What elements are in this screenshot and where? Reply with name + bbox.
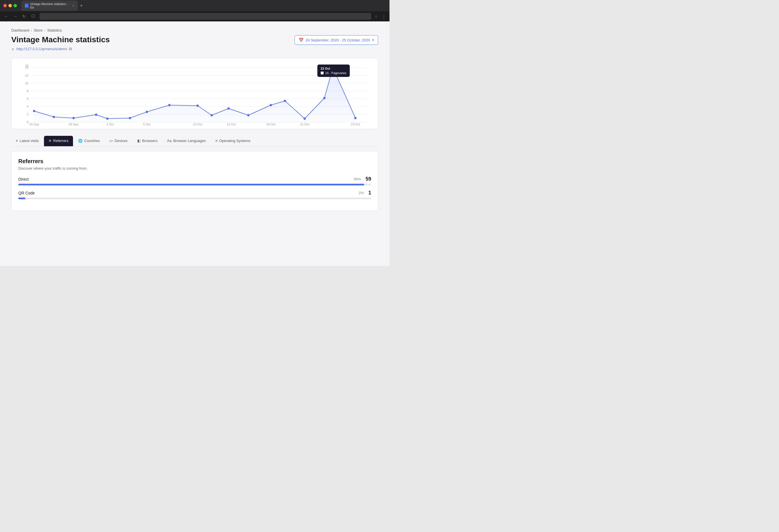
progress-bar-bg-0 bbox=[18, 184, 371, 185]
svg-text:13 Oct: 13 Oct bbox=[193, 123, 202, 126]
browser-languages-icon: Aa bbox=[167, 139, 172, 143]
tab-browsers[interactable]: ◧ Browsers bbox=[133, 136, 162, 146]
svg-point-32 bbox=[304, 118, 306, 120]
latest-visits-icon: ≡ bbox=[16, 139, 18, 143]
date-range-picker[interactable]: 📅 24 September, 2020 - 25 October, 2020 … bbox=[295, 35, 378, 45]
tab-devices-label: Devices bbox=[114, 139, 127, 143]
url-arrow-icon: ➤ bbox=[11, 47, 15, 51]
new-tab-button[interactable]: + bbox=[80, 3, 82, 8]
progress-bar-bg-1 bbox=[18, 197, 371, 199]
page-url-row: ➤ http://127.0.0.1/qrmenu/s/demo ⧉ bbox=[11, 47, 378, 51]
page-content: Dashboard › Store › Statistics Vintage M… bbox=[0, 21, 390, 266]
svg-point-34 bbox=[331, 66, 335, 69]
content-panel: Referrers Discover where your traffic is… bbox=[11, 151, 378, 211]
date-range-label: 24 September, 2020 - 25 October, 2020 bbox=[306, 38, 370, 42]
page-header: Vintage Machine statistics 📅 24 Septembe… bbox=[11, 35, 378, 45]
traffic-lights bbox=[3, 4, 17, 7]
svg-point-23 bbox=[129, 117, 131, 119]
breadcrumb-store[interactable]: Store bbox=[34, 28, 43, 33]
copy-icon[interactable]: ⧉ bbox=[69, 47, 72, 51]
chart-svg: 0 2 4 6 8 10 12 14 16 bbox=[17, 64, 372, 126]
referrer-name-0: Direct bbox=[18, 177, 29, 181]
tab-devices[interactable]: ▭ Devices bbox=[105, 136, 132, 146]
tab-browsers-label: Browsers bbox=[142, 139, 158, 143]
breadcrumb-sep-1: › bbox=[31, 28, 32, 33]
maximize-button[interactable] bbox=[13, 4, 17, 7]
svg-point-21 bbox=[95, 114, 97, 116]
svg-point-26 bbox=[196, 105, 199, 107]
browser-menu-button[interactable]: ⋮ bbox=[381, 14, 386, 19]
page-title: Vintage Machine statistics bbox=[11, 35, 110, 44]
referrer-pct-0: 98% bbox=[354, 177, 361, 181]
svg-point-31 bbox=[284, 100, 286, 102]
svg-text:4: 4 bbox=[27, 105, 28, 108]
address-input[interactable] bbox=[40, 13, 371, 20]
svg-point-28 bbox=[228, 107, 230, 110]
svg-text:0: 0 bbox=[27, 120, 28, 124]
referrer-stats-1: 2% 1 bbox=[359, 190, 371, 196]
referrers-icon: ✕ bbox=[49, 139, 52, 143]
page-url-link[interactable]: http://127.0.0.1/qrmenu/s/demo bbox=[16, 47, 67, 51]
tab-countries[interactable]: 🌐 Countries bbox=[73, 136, 105, 146]
svg-point-20 bbox=[72, 117, 75, 119]
svg-point-22 bbox=[106, 118, 109, 120]
reload-button[interactable]: ↻ bbox=[21, 14, 27, 18]
breadcrumb-dashboard[interactable]: Dashboard bbox=[11, 28, 29, 33]
address-bar-row: ← → ↻ ⓘ ☆ ⋮ bbox=[0, 11, 390, 21]
info-button[interactable]: ⓘ bbox=[31, 14, 36, 19]
svg-text:15 Oct: 15 Oct bbox=[227, 123, 236, 126]
svg-point-27 bbox=[211, 114, 213, 116]
svg-text:8: 8 bbox=[27, 89, 28, 93]
close-button[interactable] bbox=[3, 4, 7, 7]
chart-container: 0 2 4 6 8 10 12 14 16 bbox=[11, 58, 378, 129]
tab-browser-languages-label: Browser Languages bbox=[173, 139, 206, 143]
referrer-count-0: 59 bbox=[366, 176, 371, 182]
tabs-row: ≡ Latest visits ✕ Referrers 🌐 Countries … bbox=[11, 136, 378, 146]
svg-text:19 Oct: 19 Oct bbox=[266, 123, 275, 126]
svg-text:2 Oct: 2 Oct bbox=[107, 123, 114, 126]
tab-referrers[interactable]: ✕ Referrers bbox=[44, 136, 73, 146]
back-button[interactable]: ← bbox=[3, 14, 9, 18]
referrer-name-1: QR Code bbox=[18, 191, 35, 195]
svg-point-25 bbox=[168, 104, 171, 106]
chevron-down-icon: ▾ bbox=[372, 38, 374, 42]
tab-operating-systems[interactable]: ≡ Operating Systems bbox=[211, 136, 255, 146]
browser-chrome: Vintage Machine statistics - Ea ✕ + bbox=[0, 0, 390, 11]
tab-countries-label: Countries bbox=[84, 139, 100, 143]
breadcrumb-statistics: Statistics bbox=[47, 28, 62, 33]
bookmark-button[interactable]: ☆ bbox=[374, 14, 378, 18]
svg-point-18 bbox=[33, 110, 35, 112]
referrer-list: Direct 98% 59 QR Code 2% 1 bbox=[18, 176, 371, 199]
svg-point-29 bbox=[247, 114, 249, 116]
minimize-button[interactable] bbox=[8, 4, 12, 7]
svg-text:29 Sep: 29 Sep bbox=[69, 123, 79, 126]
forward-button[interactable]: → bbox=[12, 14, 18, 18]
referrer-header-1: QR Code 2% 1 bbox=[18, 190, 371, 196]
svg-text:6: 6 bbox=[27, 97, 28, 100]
svg-point-30 bbox=[270, 104, 272, 106]
svg-text:23 Oct: 23 Oct bbox=[351, 123, 360, 126]
referrer-count-1: 1 bbox=[368, 190, 371, 196]
breadcrumb-sep-2: › bbox=[44, 28, 45, 33]
tab-bar: Vintage Machine statistics - Ea ✕ + bbox=[21, 1, 386, 11]
tab-close-button[interactable]: ✕ bbox=[72, 4, 74, 7]
svg-text:2: 2 bbox=[27, 112, 28, 116]
referrer-pct-1: 2% bbox=[359, 191, 364, 195]
breadcrumb: Dashboard › Store › Statistics bbox=[11, 28, 378, 33]
referrer-header-0: Direct 98% 59 bbox=[18, 176, 371, 182]
tab-latest-visits-label: Latest visits bbox=[20, 139, 39, 143]
progress-bar-fill-1 bbox=[18, 197, 25, 199]
tab-browser-languages[interactable]: Aa Browser Languages bbox=[163, 136, 211, 146]
tab-latest-visits[interactable]: ≡ Latest visits bbox=[11, 136, 43, 146]
devices-icon: ▭ bbox=[109, 139, 113, 143]
tab-favicon bbox=[25, 4, 28, 8]
svg-text:10: 10 bbox=[25, 81, 28, 85]
referrer-stats-0: 98% 59 bbox=[354, 176, 371, 182]
tab-title: Vintage Machine statistics - Ea bbox=[30, 2, 69, 9]
svg-marker-17 bbox=[34, 68, 355, 122]
panel-title: Referrers bbox=[18, 158, 371, 165]
svg-text:24 Sep: 24 Sep bbox=[29, 123, 39, 126]
active-tab[interactable]: Vintage Machine statistics - Ea ✕ bbox=[21, 1, 78, 11]
chart-area: 0 2 4 6 8 10 12 14 16 bbox=[17, 64, 372, 126]
calendar-icon: 📅 bbox=[299, 38, 304, 42]
